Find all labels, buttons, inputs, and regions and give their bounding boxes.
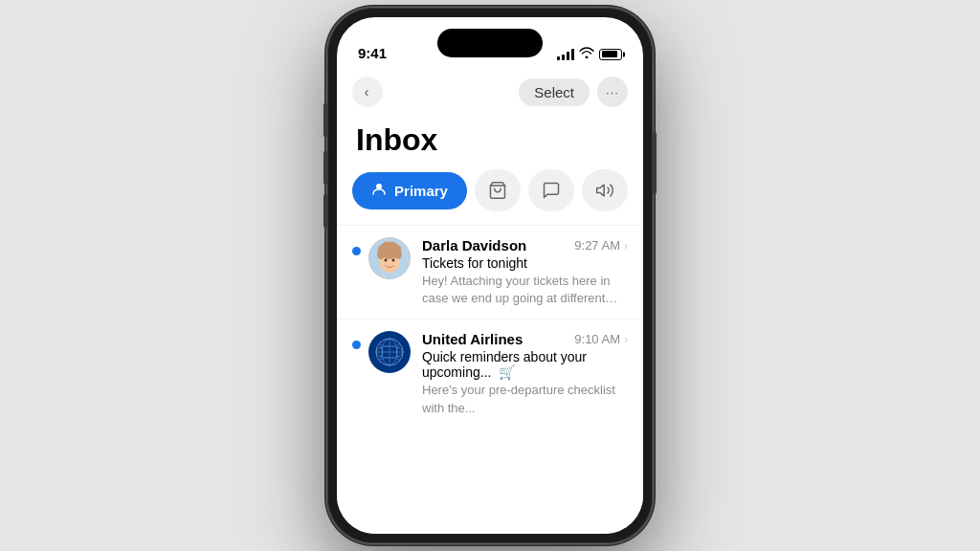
svg-point-6	[377, 250, 385, 259]
email-header-darla: Darla Davidson 9:27 AM ›	[422, 237, 628, 253]
avatar-darla	[368, 237, 411, 279]
email-list: Darla Davidson 9:27 AM › Tickets for ton…	[337, 225, 643, 429]
tab-primary-label: Primary	[394, 183, 448, 199]
avatar-united	[368, 331, 411, 373]
tab-shopping[interactable]	[475, 169, 521, 211]
phone-shell: 9:41	[327, 8, 653, 543]
dynamic-island	[437, 29, 543, 57]
email-time: 9:27 AM	[574, 238, 620, 253]
inbox-title: Inbox	[337, 115, 643, 169]
svg-point-7	[394, 250, 402, 259]
unread-indicator	[352, 341, 361, 349]
chevron-right-icon: ›	[624, 333, 628, 346]
email-item-united[interactable]: United Airlines 9:10 AM › Quick reminder…	[337, 319, 643, 428]
select-button[interactable]: Select	[519, 78, 590, 106]
more-button[interactable]: ···	[597, 77, 628, 107]
svg-point-8	[385, 259, 388, 262]
email-preview: Here's your pre-departure checklist with…	[422, 382, 628, 416]
svg-point-0	[376, 184, 382, 189]
email-body-united: United Airlines 9:10 AM › Quick reminder…	[422, 331, 628, 416]
svg-point-9	[392, 259, 395, 262]
email-body-darla: Darla Davidson 9:27 AM › Tickets for ton…	[422, 237, 628, 307]
scene: 9:41	[0, 0, 980, 551]
email-time: 9:10 AM	[574, 332, 620, 346]
email-subject: Tickets for tonight	[422, 255, 628, 271]
chevron-right-icon: ›	[624, 239, 628, 253]
email-item-darla[interactable]: Darla Davidson 9:27 AM › Tickets for ton…	[337, 225, 643, 319]
back-button[interactable]: ‹	[352, 77, 383, 107]
signal-icon	[557, 49, 574, 60]
filter-tabs: Primary	[337, 169, 643, 225]
person-icon	[371, 182, 387, 200]
sender-name: United Airlines	[422, 331, 523, 347]
nav-bar: ‹ Select ···	[337, 69, 643, 115]
email-meta: 9:27 AM ›	[574, 238, 628, 253]
nav-actions: Select ···	[519, 77, 628, 107]
battery-icon	[599, 49, 622, 60]
tab-promotions[interactable]	[582, 169, 628, 211]
tab-messages[interactable]	[528, 169, 574, 211]
status-icons	[557, 47, 622, 61]
svg-marker-2	[597, 185, 605, 196]
email-header-united: United Airlines 9:10 AM ›	[422, 331, 628, 347]
phone-screen: 9:41	[337, 17, 643, 534]
email-meta: 9:10 AM ›	[574, 332, 628, 346]
app-content: ‹ Select ··· Inbox	[337, 69, 643, 534]
email-preview: Hey! Attaching your tickets here in case…	[422, 273, 628, 307]
tab-primary[interactable]: Primary	[352, 172, 467, 209]
unread-indicator	[352, 247, 361, 255]
status-time: 9:41	[358, 45, 387, 61]
shopping-badge-icon: 🛒	[499, 364, 515, 380]
back-chevron-icon: ‹	[365, 84, 369, 99]
email-subject: Quick reminders about your upcoming... 🛒	[422, 349, 628, 380]
sender-name: Darla Davidson	[422, 237, 526, 253]
wifi-icon	[579, 47, 594, 61]
